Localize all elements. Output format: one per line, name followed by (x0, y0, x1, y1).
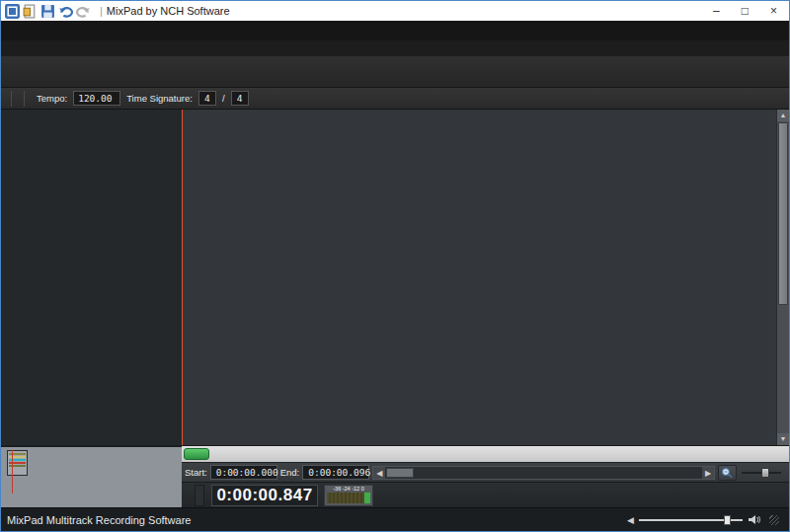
start-label: Start: (185, 467, 207, 478)
status-bar: MixPad Multitrack Recording Software ◀ (1, 507, 789, 531)
ribbon-tab-bar (1, 40, 789, 56)
save-icon[interactable] (40, 4, 55, 18)
timeline-start-bar[interactable] (184, 448, 209, 460)
status-text: MixPad Multitrack Recording Software (7, 514, 191, 526)
time-signature-numerator-input[interactable]: 4 (198, 91, 216, 106)
selection-start-input[interactable]: 0:00:00.000 (210, 465, 277, 480)
vertical-scrollbar[interactable]: ▲ ▼ (776, 110, 789, 445)
time-signature-label: Time Signature: (126, 93, 193, 104)
volume-slider-handle[interactable] (724, 515, 731, 525)
scroll-right-arrow[interactable]: ▶ (702, 467, 714, 479)
zoom-slider-handle[interactable] (761, 468, 769, 478)
time-display: 0:00:00.847 (211, 485, 318, 506)
scroll-up-arrow[interactable]: ▲ (777, 110, 789, 121)
effects-ribbon (1, 56, 789, 88)
project-overview-minimap[interactable] (1, 445, 182, 507)
volume-down-icon[interactable]: ◀ (627, 515, 634, 525)
window-title: MixPad by NCH Software (107, 5, 230, 17)
vertical-scroll-thumb[interactable] (778, 122, 788, 305)
timeline-ruler[interactable] (182, 445, 789, 462)
scroll-down-arrow[interactable]: ▼ (777, 433, 789, 445)
mixpad-window: | MixPad by NCH Software – □ × Tempo: 12… (0, 0, 790, 532)
transport-bar: 0:00:00.847 -36 -24 -12 0 (182, 482, 789, 507)
title-separator: | (100, 5, 103, 17)
master-level-meter: -36 -24 -12 0 (324, 485, 373, 506)
speaker-icon[interactable] (748, 511, 760, 529)
secondary-toolbar: Tempo: 120.00 Time Signature: 4 / 4 (1, 88, 789, 110)
master-volume: ◀ (627, 511, 783, 529)
horizontal-scroll-thumb[interactable] (386, 468, 414, 478)
undo-icon[interactable] (58, 4, 73, 18)
time-signature-denominator-input[interactable]: 4 (231, 91, 249, 106)
zoom-out-tool-button[interactable] (718, 465, 737, 481)
overview-playhead (12, 450, 13, 494)
redo-icon[interactable] (76, 4, 91, 18)
volume-slider[interactable] (639, 519, 743, 521)
clip-info-panel (195, 485, 204, 506)
selection-row: Start: 0:00:00.000 End: 0:00:00.096 ◀ ▶ (182, 462, 789, 482)
meter-scale: -36 -24 -12 0 (325, 486, 372, 493)
tempo-label: Tempo: (37, 93, 67, 104)
menu-bar (1, 21, 789, 40)
time-signature-slash: / (222, 93, 225, 104)
selection-end-input[interactable]: 0:00:00.096 (302, 465, 369, 480)
track-panel (1, 110, 182, 507)
end-label: End: (280, 467, 300, 478)
zoom-slider[interactable] (740, 466, 783, 480)
resize-grip[interactable] (769, 515, 779, 525)
title-bar: | MixPad by NCH Software – □ × (1, 1, 789, 21)
horizontal-scrollbar[interactable]: ◀ ▶ (372, 466, 715, 480)
new-project-icon[interactable] (23, 4, 38, 18)
clip-arrange-area: ▲ ▼ (182, 110, 789, 445)
close-button[interactable]: × (770, 4, 777, 18)
playhead-line (182, 110, 183, 445)
minimize-button[interactable]: – (713, 4, 720, 18)
app-icon (5, 4, 20, 18)
scroll-left-arrow[interactable]: ◀ (373, 467, 385, 479)
overview-view-window[interactable] (7, 450, 28, 476)
maximize-button[interactable]: □ (742, 4, 749, 18)
tempo-input[interactable]: 120.00 (73, 91, 120, 106)
